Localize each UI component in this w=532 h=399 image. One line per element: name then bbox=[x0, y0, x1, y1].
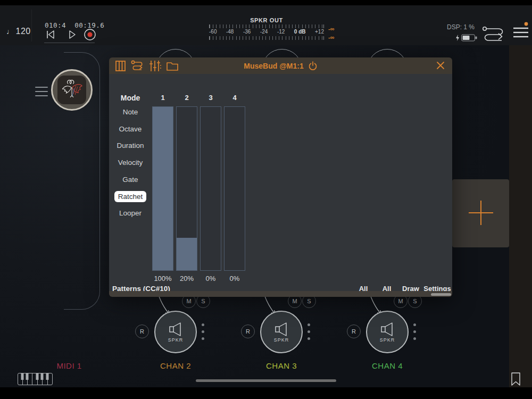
tick-label: -24 bbox=[260, 29, 268, 35]
step-column-header: 4 bbox=[224, 94, 245, 102]
rec-label: R bbox=[140, 328, 144, 335]
battery-indicator bbox=[455, 34, 480, 41]
horizontal-scrollbar[interactable] bbox=[196, 379, 336, 382]
solo-label: S bbox=[201, 298, 205, 304]
speaker-caption: SPKR bbox=[274, 337, 289, 343]
solo-label: S bbox=[413, 298, 417, 304]
rewind-button[interactable] bbox=[44, 28, 57, 41]
mode-item-duration[interactable]: Duration bbox=[110, 142, 151, 149]
mode-item-label: Ratchet bbox=[114, 191, 147, 202]
folder-icon[interactable] bbox=[167, 61, 178, 71]
close-button[interactable] bbox=[435, 60, 446, 71]
speaker-node[interactable]: SPKR bbox=[154, 311, 197, 353]
step-slider-2[interactable] bbox=[176, 106, 197, 271]
mode-item-looper[interactable]: Looper bbox=[110, 209, 151, 217]
step-slider-fill bbox=[153, 107, 173, 270]
channel-label[interactable]: MIDI 1 bbox=[37, 361, 101, 370]
record-arm-button[interactable]: R bbox=[347, 325, 361, 338]
tick-label: -36 bbox=[243, 29, 251, 35]
step-column-header: 2 bbox=[176, 94, 197, 102]
tick-label: -60 bbox=[209, 29, 217, 35]
rec-label: R bbox=[246, 328, 250, 335]
speaker-icon bbox=[273, 322, 289, 337]
plugin-window: MuseBud @M1:1 Mode NoteOctaveDurationVel… bbox=[109, 57, 452, 297]
battery-icon bbox=[461, 34, 477, 41]
mode-column-header: Mode bbox=[114, 94, 146, 102]
charging-bolt-icon bbox=[455, 35, 460, 41]
close-x-icon bbox=[435, 60, 446, 71]
signal-flow-button[interactable] bbox=[481, 26, 507, 44]
keyboard-view-icon[interactable] bbox=[115, 61, 126, 71]
speaker-node[interactable]: SPKR bbox=[260, 311, 303, 353]
bookmark-button[interactable] bbox=[511, 372, 520, 386]
channel-menu-handle[interactable] bbox=[35, 84, 48, 99]
hamburger-menu-icon bbox=[512, 21, 529, 40]
canvas-right-panel bbox=[509, 45, 532, 387]
mode-item-gate[interactable]: Gate bbox=[110, 176, 151, 184]
channel-options-dots[interactable] bbox=[413, 319, 416, 344]
add-channel-button[interactable] bbox=[452, 179, 509, 247]
tempo-value: 120 bbox=[16, 27, 31, 36]
play-icon bbox=[66, 29, 77, 40]
step-value-label: 100% bbox=[150, 275, 176, 282]
musebud-app-icon bbox=[57, 76, 86, 104]
rec-label: R bbox=[352, 328, 356, 335]
mode-item-note[interactable]: Note bbox=[110, 108, 151, 116]
plugin-window-header[interactable]: MuseBud @M1:1 bbox=[109, 57, 452, 74]
record-arm-button[interactable]: R bbox=[241, 325, 255, 338]
mute-label: M bbox=[186, 298, 191, 304]
step-slider-3[interactable] bbox=[200, 106, 221, 271]
plugin-bottom-bar bbox=[109, 291, 452, 297]
quarter-note-icon: ♩ bbox=[6, 27, 14, 36]
step-slider-1[interactable] bbox=[152, 106, 173, 271]
toolbar-divider bbox=[31, 10, 32, 41]
speaker-caption: SPKR bbox=[380, 337, 395, 343]
app-stage: ♩120 010:4 00:19.6 SPKR OUT bbox=[0, 0, 532, 399]
power-button[interactable] bbox=[308, 61, 318, 71]
step-value-label: 0% bbox=[222, 275, 247, 282]
record-arm-button[interactable]: R bbox=[135, 325, 149, 338]
step-value-label: 0% bbox=[198, 275, 223, 282]
tick-label: -48 bbox=[226, 29, 234, 35]
mode-item-velocity[interactable]: Velocity bbox=[110, 159, 151, 167]
mode-item-ratchet[interactable]: Ratchet bbox=[110, 193, 151, 201]
peak-value-top[interactable]: -∞ bbox=[328, 26, 335, 32]
main-menu-button[interactable] bbox=[512, 21, 529, 40]
channel-options-dots[interactable] bbox=[202, 319, 204, 344]
mode-item-octave[interactable]: Octave bbox=[110, 125, 151, 133]
tick-label: -12 bbox=[277, 29, 285, 35]
bookmark-icon bbox=[511, 372, 520, 386]
channel-label[interactable]: CHAN 2 bbox=[144, 361, 207, 370]
mode-item-label: Duration bbox=[117, 142, 144, 149]
resize-handle[interactable] bbox=[431, 293, 451, 296]
plugin-body: Mode NoteOctaveDurationVelocityGateRatch… bbox=[109, 74, 452, 291]
keyboard-toggle-button[interactable] bbox=[18, 373, 53, 385]
mode-item-label: Note bbox=[123, 108, 138, 116]
channel-label[interactable]: CHAN 4 bbox=[355, 361, 419, 370]
speaker-node[interactable]: SPKR bbox=[366, 311, 409, 353]
mixer-view-icon[interactable] bbox=[149, 61, 161, 71]
speaker-icon bbox=[168, 322, 184, 337]
peak-value-bottom[interactable]: -∞ bbox=[328, 35, 335, 40]
transport-underline bbox=[44, 43, 95, 43]
mode-item-label: Looper bbox=[119, 209, 142, 217]
play-button[interactable] bbox=[65, 28, 79, 41]
mode-item-label: Velocity bbox=[118, 159, 143, 167]
record-button[interactable] bbox=[83, 28, 97, 41]
step-slider-fill bbox=[177, 238, 197, 270]
channel-label[interactable]: CHAN 3 bbox=[250, 361, 313, 370]
tick-label: 0 dB bbox=[294, 29, 306, 35]
output-level-meter[interactable]: SPKR OUT -60 -48 -36 -24 -12 0 dB +12 bbox=[209, 17, 324, 40]
dsp-load-readout: DSP: 1 % bbox=[439, 23, 482, 31]
routing-view-icon[interactable] bbox=[131, 60, 144, 71]
meter-scale-labels: -60 -48 -36 -24 -12 0 dB +12 bbox=[209, 28, 324, 35]
plugin-title[interactable]: MuseBud @M1:1 bbox=[244, 62, 303, 70]
tempo-display[interactable]: ♩120 bbox=[6, 27, 31, 36]
step-column-header: 1 bbox=[152, 94, 173, 102]
step-slider-4[interactable] bbox=[224, 106, 245, 271]
wings-infinity-icon bbox=[60, 78, 84, 102]
speaker-icon bbox=[379, 322, 395, 337]
musebud-node[interactable] bbox=[51, 69, 93, 111]
meter-ticks-right bbox=[209, 36, 324, 40]
channel-options-dots[interactable] bbox=[307, 319, 310, 344]
